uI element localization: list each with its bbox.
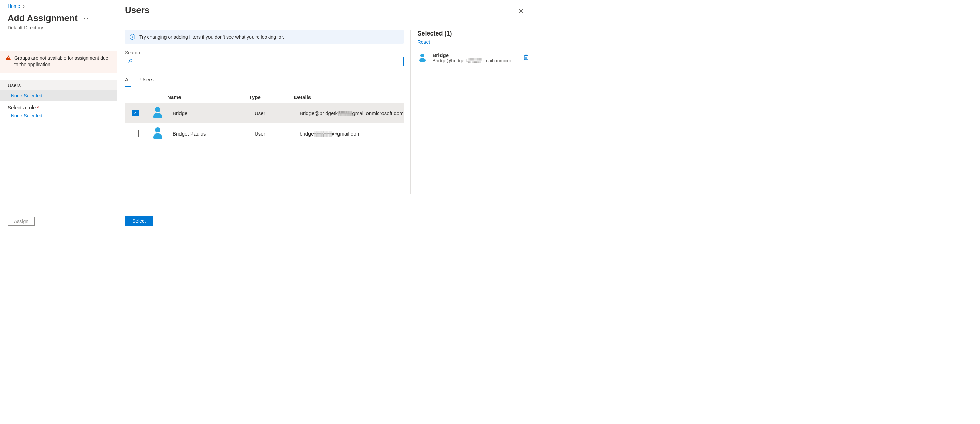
more-actions-button[interactable]: ··· — [84, 16, 88, 21]
svg-rect-1 — [8, 59, 8, 59]
row-details: Bridge@bridgetk▒▒▒▒gmail.onmicrosoft.com — [300, 110, 404, 116]
users-selection-row[interactable]: None Selected — [0, 90, 117, 101]
svg-rect-0 — [8, 57, 8, 58]
search-icon — [128, 59, 133, 65]
warning-text: Groups are not available for assignment … — [14, 55, 111, 68]
info-banner: i Try changing or adding filters if you … — [125, 30, 404, 44]
users-panel: Users ✕ i Try changing or adding filters… — [117, 0, 531, 230]
users-grid: Name Type Details ✓ Bridge User Bridge@b… — [125, 91, 404, 144]
panel-title: Users — [125, 5, 150, 15]
svg-rect-9 — [525, 55, 527, 55]
tab-all[interactable]: All — [125, 75, 131, 87]
selected-title: Selected (1) — [418, 30, 529, 37]
selected-item: Bridge Bridge@bridgetk▒▒▒▒gmail.onmicros… — [418, 52, 529, 69]
row-name: Bridge — [173, 110, 255, 116]
tabs: All Users — [125, 75, 404, 87]
col-name: Name — [167, 94, 249, 100]
selected-item-email: Bridge@bridgetk▒▒▒▒gmail.onmicrosoft.c… — [433, 58, 518, 64]
avatar — [418, 53, 427, 63]
remove-selected-button[interactable] — [523, 54, 529, 62]
svg-line-3 — [129, 61, 130, 63]
users-none-selected-link[interactable]: None Selected — [11, 93, 42, 98]
row-details: bridge▒▒▒▒▒@gmail.com — [300, 131, 404, 137]
col-type: Type — [249, 94, 294, 100]
row-checkbox[interactable]: ✓ — [132, 110, 138, 116]
info-text: Try changing or adding filters if you do… — [139, 34, 284, 40]
search-label: Search — [125, 50, 404, 55]
avatar — [151, 127, 164, 140]
warning-banner: Groups are not available for assignment … — [0, 51, 117, 73]
row-type: User — [255, 110, 300, 116]
breadcrumb: Home › — [8, 3, 117, 9]
chevron-right-icon: › — [23, 3, 25, 9]
role-none-selected-link[interactable]: None Selected — [11, 113, 42, 118]
search-input-wrapper[interactable] — [125, 57, 404, 66]
page-title: Add Assignment — [8, 13, 78, 24]
table-row[interactable]: Bridget Paulus User bridge▒▒▒▒▒@gmail.co… — [125, 123, 404, 144]
row-checkbox[interactable] — [132, 130, 138, 137]
selected-item-name: Bridge — [433, 52, 518, 58]
close-icon[interactable]: ✕ — [518, 7, 524, 15]
assign-button[interactable]: Assign — [8, 217, 35, 226]
reset-link[interactable]: Reset — [418, 39, 430, 45]
users-section-label: Users — [0, 80, 117, 90]
required-icon: * — [37, 104, 38, 110]
search-input[interactable] — [135, 59, 401, 64]
breadcrumb-home[interactable]: Home — [8, 3, 20, 9]
row-type: User — [255, 131, 300, 137]
svg-point-2 — [129, 59, 132, 62]
warning-icon — [5, 55, 11, 68]
page-subtitle: Default Directory — [8, 25, 117, 30]
role-section-label: Select a role* — [0, 101, 117, 112]
row-name: Bridget Paulus — [173, 131, 255, 137]
selected-column: Selected (1) Reset Bridge Bridge@bridget… — [410, 30, 529, 194]
table-row[interactable]: ✓ Bridge User Bridge@bridgetk▒▒▒▒gmail.o… — [125, 103, 404, 123]
select-button[interactable]: Select — [125, 216, 153, 226]
tab-users[interactable]: Users — [140, 75, 154, 87]
avatar — [151, 106, 164, 120]
info-icon: i — [130, 34, 135, 40]
col-details: Details — [294, 94, 404, 100]
